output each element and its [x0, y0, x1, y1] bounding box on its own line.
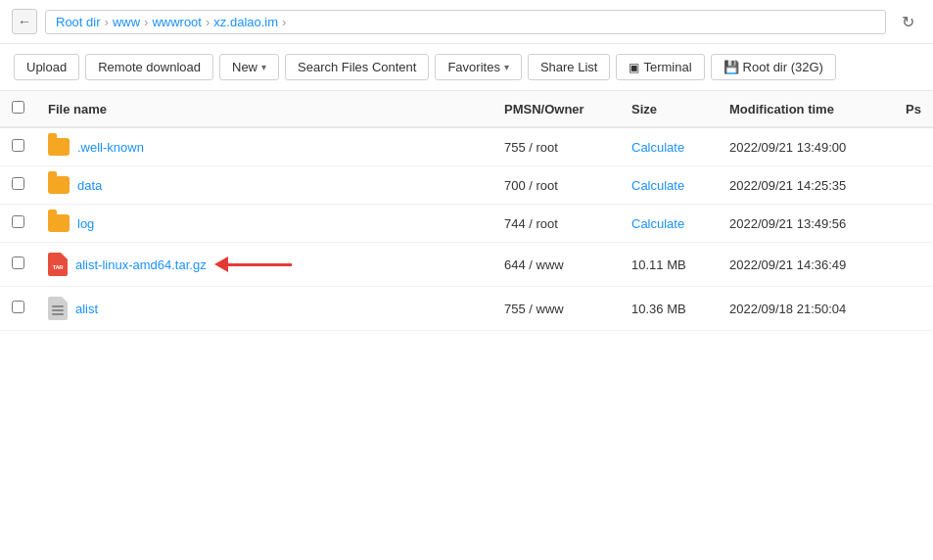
- table-row: TAR alist-linux-amd64.tar.gz 644 / www 1…: [0, 243, 933, 287]
- calculate-link[interactable]: Calculate: [631, 178, 684, 193]
- arrow-head: [214, 257, 228, 272]
- calculate-link[interactable]: Calculate: [631, 140, 684, 155]
- favorites-dropdown-arrow: ▾: [504, 62, 509, 72]
- header-modtime: Modification time: [718, 91, 894, 127]
- upload-button[interactable]: Upload: [14, 54, 79, 80]
- row-checkbox-cell: [0, 287, 36, 331]
- archive-icon: TAR: [48, 253, 68, 276]
- filename-cell: alist: [36, 287, 492, 331]
- header-size: Size: [620, 91, 718, 127]
- file-link[interactable]: alist: [75, 302, 98, 316]
- favorites-button[interactable]: Favorites ▾: [435, 54, 521, 80]
- pmsn-cell: 644 / www: [492, 243, 620, 287]
- file-table: File name PMSN/Owner Size Modification t…: [0, 91, 933, 331]
- row-checkbox-cell: [0, 127, 36, 166]
- folder-icon: [48, 138, 70, 156]
- ps-cell: [894, 205, 933, 243]
- path-root[interactable]: Root dir: [56, 15, 101, 29]
- path-domain[interactable]: xz.dalao.im: [213, 15, 278, 29]
- modtime-cell: 2022/09/21 13:49:00: [718, 127, 894, 166]
- filename-cell: log: [36, 205, 492, 243]
- row-checkbox[interactable]: [12, 177, 24, 190]
- share-list-button[interactable]: Share List: [528, 54, 611, 80]
- path-wwwroot[interactable]: wwwroot: [152, 15, 202, 29]
- annotation-arrow: [214, 257, 292, 272]
- ps-cell: [894, 127, 933, 166]
- file-link[interactable]: alist-linux-amd64.tar.gz: [75, 257, 207, 272]
- modtime-cell: 2022/09/21 14:36:49: [718, 243, 894, 287]
- header-checkbox-cell: [0, 91, 36, 127]
- file-link[interactable]: log: [77, 216, 94, 231]
- row-checkbox-cell: [0, 166, 36, 205]
- modtime-cell: 2022/09/21 13:49:56: [718, 205, 894, 243]
- ps-cell: [894, 287, 933, 331]
- arrow-shaft: [228, 263, 292, 266]
- pmsn-cell: 755 / www: [492, 287, 620, 331]
- table-row: alist 755 / www 10.36 MB 2022/09/18 21:5…: [0, 287, 933, 331]
- select-all-checkbox[interactable]: [12, 101, 24, 114]
- file-link[interactable]: data: [77, 178, 102, 193]
- pmsn-cell: 744 / root: [492, 205, 620, 243]
- row-checkbox-cell: [0, 205, 36, 243]
- size-cell: 10.36 MB: [620, 287, 718, 331]
- calculate-link[interactable]: Calculate: [631, 216, 684, 231]
- folder-icon: [48, 176, 70, 194]
- new-button[interactable]: New ▾: [219, 54, 279, 80]
- table-header-row: File name PMSN/Owner Size Modification t…: [0, 91, 933, 127]
- terminal-icon: ▣: [629, 61, 639, 74]
- pmsn-cell: 755 / root: [492, 127, 620, 166]
- filename-cell: TAR alist-linux-amd64.tar.gz: [36, 243, 492, 287]
- back-button[interactable]: ←: [12, 9, 37, 34]
- path-www[interactable]: www: [113, 15, 140, 29]
- table-row: .well-known 755 / root Calculate 2022/09…: [0, 127, 933, 166]
- size-cell: Calculate: [620, 166, 718, 205]
- row-checkbox[interactable]: [12, 139, 24, 152]
- drive-icon: 💾: [723, 60, 739, 74]
- file-link[interactable]: .well-known: [77, 140, 144, 155]
- refresh-button[interactable]: ↻: [894, 8, 921, 35]
- row-checkbox[interactable]: [12, 257, 24, 269]
- file-icon: [48, 297, 68, 320]
- ps-cell: [894, 243, 933, 287]
- root-dir-button[interactable]: 💾 Root dir (32G): [711, 54, 836, 80]
- terminal-button[interactable]: ▣ Terminal: [616, 54, 704, 80]
- header-pmsn: PMSN/Owner: [492, 91, 620, 127]
- row-checkbox[interactable]: [12, 301, 24, 313]
- ps-cell: [894, 166, 933, 205]
- modtime-cell: 2022/09/18 21:50:04: [718, 287, 894, 331]
- modtime-cell: 2022/09/21 14:25:35: [718, 166, 894, 205]
- size-cell: 10.11 MB: [620, 243, 718, 287]
- header-ps: Ps: [894, 91, 933, 127]
- row-checkbox[interactable]: [12, 215, 24, 228]
- size-cell: Calculate: [620, 127, 718, 166]
- filename-cell: data: [36, 166, 492, 205]
- table-row: data 700 / root Calculate 2022/09/21 14:…: [0, 166, 933, 205]
- new-dropdown-arrow: ▾: [261, 62, 266, 72]
- header-filename: File name: [36, 91, 492, 127]
- row-checkbox-cell: [0, 243, 36, 287]
- folder-icon: [48, 214, 70, 232]
- toolbar: Upload Remote download New ▾ Search File…: [0, 44, 933, 91]
- address-bar: ← Root dir › www › wwwroot › xz.dalao.im…: [0, 0, 933, 44]
- table-row: log 744 / root Calculate 2022/09/21 13:4…: [0, 205, 933, 243]
- filename-cell: .well-known: [36, 127, 492, 166]
- pmsn-cell: 700 / root: [492, 166, 620, 205]
- path-bar: Root dir › www › wwwroot › xz.dalao.im ›: [45, 10, 886, 34]
- size-cell: Calculate: [620, 205, 718, 243]
- search-files-button[interactable]: Search Files Content: [285, 54, 429, 80]
- remote-download-button[interactable]: Remote download: [85, 54, 213, 80]
